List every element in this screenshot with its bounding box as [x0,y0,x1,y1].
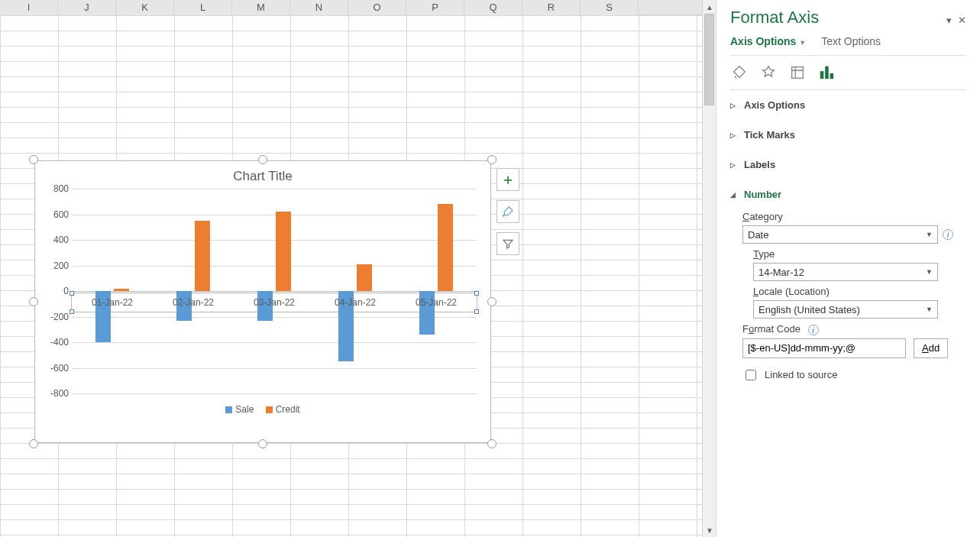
x-axis-label[interactable]: 05-Jan-22 [396,297,477,308]
triangle-down-icon: ◢ [730,191,738,199]
legend-label: Sale [235,404,254,415]
brush-icon [502,205,514,218]
y-axis-tick: -400 [38,337,69,348]
y-axis-tick: 400 [38,235,69,245]
pane-tab-row: Axis Options▼ Text Options [730,32,966,56]
bar-credit[interactable] [195,221,210,291]
section-labels[interactable]: ▷ Labels [730,156,966,173]
info-icon[interactable]: i [943,229,953,240]
chart-context-buttons: ＋ [496,168,519,255]
y-axis-tick: 600 [38,209,69,220]
triangle-right-icon: ▷ [730,131,738,139]
size-properties-icon[interactable] [788,63,807,82]
bar-credit[interactable] [276,212,291,291]
bar-credit[interactable] [357,264,372,291]
triangle-right-icon: ▷ [730,102,738,109]
pane-icon-tabs [730,56,966,90]
section-axis-options[interactable]: ▷ Axis Options [730,96,966,114]
column-header[interactable]: I [0,0,58,15]
tab-axis-options[interactable]: Axis Options▼ [730,35,806,47]
legend-label: Credit [276,404,300,415]
section-number[interactable]: ◢ Number [730,186,966,203]
column-header[interactable]: L [174,0,232,15]
category-label: Category [742,206,966,225]
x-axis-label[interactable]: 02-Jan-22 [153,297,234,308]
x-axis-label[interactable]: 04-Jan-22 [315,297,396,308]
svg-rect-0 [792,67,804,79]
chevron-down-icon: ▼ [926,268,933,276]
linked-to-source-checkbox[interactable] [746,370,756,380]
scroll-down-arrow[interactable]: ▼ [703,523,716,537]
svg-rect-1 [820,71,824,79]
type-select[interactable]: 14-Mar-12 ▼ [753,263,938,281]
resize-handle[interactable] [258,155,267,164]
section-tick-marks[interactable]: ▷ Tick Marks [730,126,966,144]
scroll-track[interactable] [703,14,716,523]
plus-icon: ＋ [501,170,515,189]
format-code-label: Format Code i [742,319,966,338]
filter-icon [502,238,514,250]
triangle-right-icon: ▷ [730,161,738,169]
column-header[interactable]: M [232,0,290,15]
locale-label: Locale (Location) [753,281,966,300]
category-select[interactable]: Date ▼ [742,225,938,244]
resize-handle[interactable] [487,155,496,164]
vertical-scrollbar[interactable]: ▲ ▼ [702,0,716,537]
chart-add-element-button[interactable]: ＋ [496,168,519,191]
chart-filter-button[interactable] [496,232,519,255]
add-button[interactable]: Add [914,338,948,358]
resize-handle[interactable] [487,439,496,448]
scroll-thumb[interactable] [704,14,714,105]
chevron-down-icon: ▼ [926,306,933,313]
y-axis-tick: 800 [38,183,69,194]
fill-line-icon[interactable] [730,63,749,82]
axis-options-bar-icon[interactable] [817,63,836,82]
legend-swatch-credit [266,406,273,413]
bar-credit[interactable] [114,289,129,291]
svg-rect-2 [825,66,829,79]
chart-object[interactable]: Chart Title 8006004002000-200-400-600-80… [34,160,491,443]
pane-close-icon[interactable]: ✕ [958,15,966,26]
resize-handle[interactable] [487,297,496,306]
chart-legend[interactable]: Sale Credit [35,404,490,415]
y-axis-tick: 200 [38,260,69,271]
scroll-up-arrow[interactable]: ▲ [703,0,716,14]
x-axis-label[interactable]: 01-Jan-22 [72,297,153,308]
format-axis-pane: Format Axis ▾ ✕ Axis Options▼ Text Optio… [716,0,980,537]
format-code-input[interactable] [742,338,906,358]
column-header[interactable]: P [406,0,464,15]
column-header[interactable]: O [348,0,406,15]
y-axis-tick: -600 [38,363,69,374]
column-header[interactable]: N [290,0,348,15]
linked-to-source-label: Linked to source [765,369,837,380]
chart-title[interactable]: Chart Title [35,161,490,189]
pane-dropdown-icon[interactable]: ▾ [946,15,950,26]
column-header-row: I J K L M N O P Q R S [0,0,702,15]
column-header[interactable]: J [58,0,116,15]
tab-text-options[interactable]: Text Options [821,35,881,47]
legend-swatch-sale [225,406,232,413]
column-header[interactable]: R [522,0,581,15]
bar-credit[interactable] [438,204,453,291]
x-axis-label[interactable]: 03-Jan-22 [234,297,315,308]
worksheet-area: I J K L M N O P Q R S Chart [0,0,702,537]
chevron-down-icon: ▼ [799,39,806,47]
pane-title: Format Axis [730,8,819,32]
locale-select[interactable]: English (United States) ▼ [753,300,938,319]
resize-handle[interactable] [29,155,38,164]
y-axis-tick: -800 [38,388,69,399]
chart-styles-button[interactable] [496,200,519,223]
effects-icon[interactable] [759,63,778,82]
resize-handle[interactable] [29,439,38,448]
type-label: Type [753,244,966,263]
info-icon[interactable]: i [808,325,819,335]
resize-handle[interactable] [29,297,38,306]
chart-plot-area[interactable]: 8006004002000-200-400-600-80001-Jan-2202… [72,189,477,393]
column-header[interactable]: S [581,0,639,15]
svg-rect-3 [830,73,834,79]
cell-grid[interactable]: Chart Title 8006004002000-200-400-600-80… [0,15,702,537]
column-header[interactable]: K [116,0,174,15]
y-axis-tick: -200 [38,312,69,322]
resize-handle[interactable] [258,439,267,448]
column-header[interactable]: Q [464,0,522,15]
